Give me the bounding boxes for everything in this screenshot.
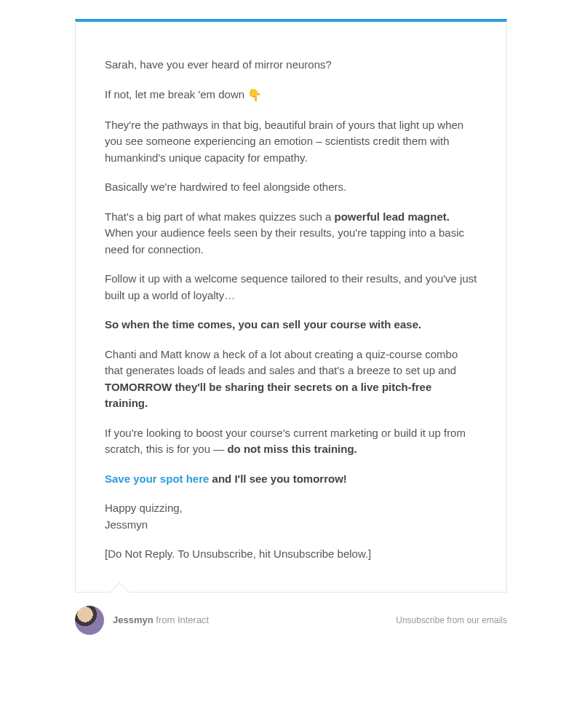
pointing-down-icon: 👇 bbox=[247, 87, 262, 104]
paragraph: So when the time comes, you can sell you… bbox=[105, 317, 477, 333]
do-not-reply-note: [Do Not Reply. To Unsubscribe, hit Unsub… bbox=[105, 546, 477, 563]
unsubscribe-link[interactable]: Unsubscribe from our emails bbox=[396, 614, 507, 627]
signoff: Happy quizzing, Jessmyn bbox=[105, 500, 477, 533]
email-card: Sarah, have you ever heard of mirror neu… bbox=[75, 19, 507, 593]
paragraph: If you're looking to boost your course's… bbox=[105, 425, 477, 458]
strong-text: and I'll see you tomorrow! bbox=[209, 472, 346, 485]
paragraph: That's a big part of what makes quizzes … bbox=[105, 209, 477, 258]
paragraph: They're the pathways in that big, beauti… bbox=[105, 117, 477, 167]
text: Happy quizzing, bbox=[105, 502, 183, 514]
sender-line: Jessmyn from Interact bbox=[113, 613, 209, 628]
paragraph: Follow it up with a welcome sequence tai… bbox=[105, 271, 477, 304]
paragraph: Sarah, have you ever heard of mirror neu… bbox=[105, 57, 477, 74]
strong-text: So when the time comes, you can sell you… bbox=[105, 318, 421, 331]
save-spot-link[interactable]: Save your spot here bbox=[105, 472, 209, 485]
sender-info: Jessmyn from Interact bbox=[75, 606, 209, 635]
paragraph: Chanti and Matt know a heck of a lot abo… bbox=[105, 347, 477, 412]
text: When your audience feels seen by their r… bbox=[105, 226, 464, 256]
sender-from: from Interact bbox=[154, 614, 210, 625]
text: Chanti and Matt know a heck of a lot abo… bbox=[105, 348, 458, 377]
strong-text: do not miss this training. bbox=[227, 443, 356, 455]
paragraph: If not, let me break 'em down 👇 bbox=[105, 87, 477, 104]
paragraph: Basically we're hardwired to feel alongs… bbox=[105, 179, 477, 196]
signature-name: Jessmyn bbox=[105, 518, 148, 531]
sender-name: Jessmyn bbox=[113, 614, 154, 625]
text: That's a big part of what makes quizzes … bbox=[105, 210, 335, 223]
strong-text: TOMORROW they'll be sharing their secret… bbox=[105, 381, 431, 410]
strong-text: powerful lead magnet. bbox=[335, 210, 450, 223]
paragraph: Save your spot here and I'll see you tom… bbox=[105, 471, 477, 488]
email-body: Sarah, have you ever heard of mirror neu… bbox=[76, 22, 506, 592]
email-footer: Jessmyn from Interact Unsubscribe from o… bbox=[75, 593, 507, 651]
text: If not, let me break 'em down bbox=[105, 88, 247, 100]
avatar bbox=[75, 606, 104, 635]
